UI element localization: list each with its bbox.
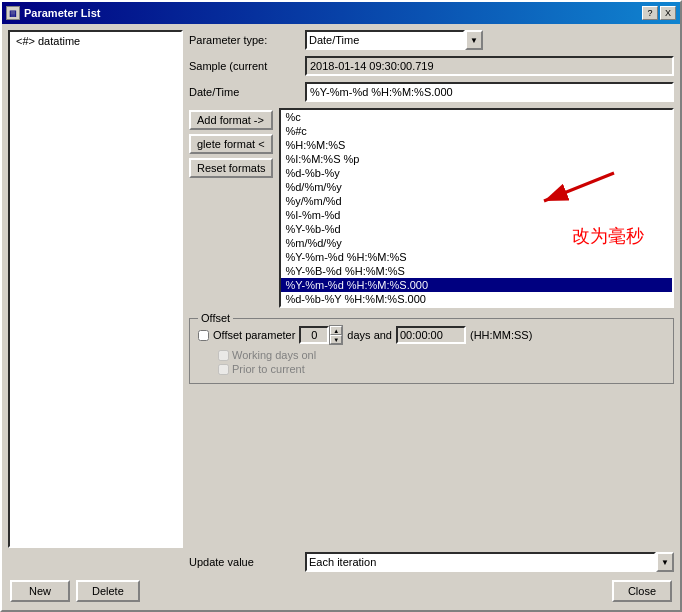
spin-buttons: ▲ ▼	[329, 325, 343, 345]
spin-down-button[interactable]: ▼	[330, 335, 342, 344]
offset-parameter-checkbox[interactable]	[198, 330, 209, 341]
delete-button[interactable]: Delete	[76, 580, 140, 602]
prior-to-text: Prior to current	[232, 363, 305, 375]
new-button[interactable]: New	[10, 580, 70, 602]
format-area: Add format -> glete format < Reset forma…	[189, 108, 674, 308]
footer-row: New Delete Close	[8, 576, 674, 604]
title-bar: ▤ Parameter List ? X	[2, 2, 680, 24]
time-input[interactable]	[396, 326, 466, 344]
format-item[interactable]: %I:%M:%S %p	[281, 152, 672, 166]
format-item[interactable]: %d-%b-%y	[281, 166, 672, 180]
annotation-text: 改为毫秒	[572, 224, 644, 248]
format-item[interactable]: %I-%m-%d	[281, 208, 672, 222]
format-item[interactable]: %Y-%m-%d %H:%M:%S	[281, 250, 672, 264]
format-item[interactable]: %y/%m/%d	[281, 194, 672, 208]
reset-formats-button[interactable]: Reset formats	[189, 158, 273, 178]
param-type-row: Parameter type: ▼	[189, 30, 674, 50]
time-hint: (HH:MM:SS)	[470, 329, 532, 341]
format-list-container: %c %#c %H:%M:%S %I:%M:%S %p %d-%b-%y %d/…	[279, 108, 674, 308]
delete-format-button[interactable]: glete format <	[189, 134, 273, 154]
format-item-selected[interactable]: %Y-%m-%d %H:%M:%S.000	[281, 278, 672, 292]
parameter-list-window: ▤ Parameter List ? X <#> datatime	[0, 0, 682, 612]
update-value-dropdown-container: ▼	[305, 552, 674, 572]
update-value-label: Update value	[189, 556, 299, 568]
offset-row2: Working days onl Prior to current	[218, 349, 665, 375]
format-item[interactable]: %H:%M:%S	[281, 138, 672, 152]
format-item[interactable]: %#c	[281, 124, 672, 138]
days-input[interactable]	[299, 326, 329, 344]
window-icon: ▤	[6, 6, 20, 20]
sample-input	[305, 56, 674, 76]
param-prefix: <#>	[16, 35, 35, 47]
offset-group: Offset Offset parameter ▲ ▼ days and	[189, 318, 674, 384]
footer-left: New Delete	[10, 580, 140, 602]
working-days-text: Working days onl	[232, 349, 316, 361]
help-button[interactable]: ?	[642, 6, 658, 20]
footer-right: Close	[612, 580, 672, 602]
list-item[interactable]: <#> datatime	[12, 34, 179, 48]
working-days-checkbox	[218, 350, 229, 361]
window-body: <#> datatime Parameter type: ▼ Sa	[2, 24, 680, 610]
offset-legend: Offset	[198, 312, 233, 324]
close-title-button[interactable]: X	[660, 6, 676, 20]
format-item[interactable]: %Y-%B-%d %H:%M:%S	[281, 264, 672, 278]
format-buttons: Add format -> glete format < Reset forma…	[189, 110, 273, 178]
format-item[interactable]: %d/%m/%y	[281, 180, 672, 194]
format-listbox[interactable]: %c %#c %H:%M:%S %I:%M:%S %p %d-%b-%y %d/…	[279, 108, 674, 308]
param-type-input[interactable]	[305, 30, 465, 50]
update-value-input[interactable]	[305, 552, 656, 572]
param-type-dropdown-container: ▼	[305, 30, 483, 50]
left-panel: <#> datatime	[8, 30, 183, 548]
datetime-row: Date/Time	[189, 82, 674, 102]
add-format-button[interactable]: Add format ->	[189, 110, 273, 130]
window-title: Parameter List	[24, 7, 100, 19]
title-buttons: ? X	[642, 6, 676, 20]
prior-to-label: Prior to current	[218, 363, 665, 375]
days-spinbox: ▲ ▼	[299, 325, 343, 345]
offset-parameter-label: Offset parameter	[213, 329, 295, 341]
days-label: days and	[347, 329, 392, 341]
offset-row1: Offset parameter ▲ ▼ days and (HH:MM:SS)	[198, 325, 665, 345]
param-type-label: Parameter type:	[189, 34, 299, 46]
param-type-dropdown-btn[interactable]: ▼	[465, 30, 483, 50]
format-item[interactable]: %c	[281, 110, 672, 124]
update-value-dropdown-btn[interactable]: ▼	[656, 552, 674, 572]
sample-label: Sample (current	[189, 60, 299, 72]
param-label: datatime	[38, 35, 80, 47]
format-item[interactable]: %d-%b-%Y %H:%M:%S.000	[281, 292, 672, 306]
datetime-input[interactable]	[305, 82, 674, 102]
update-value-row: Update value ▼	[8, 552, 674, 572]
sample-row: Sample (current	[189, 56, 674, 76]
right-panel: Parameter type: ▼ Sample (current Date/T…	[189, 30, 674, 548]
prior-to-checkbox	[218, 364, 229, 375]
spin-up-button[interactable]: ▲	[330, 326, 342, 335]
main-row: <#> datatime Parameter type: ▼ Sa	[8, 30, 674, 548]
datetime-label: Date/Time	[189, 86, 299, 98]
title-bar-left: ▤ Parameter List	[6, 6, 100, 20]
working-days-label: Working days onl	[218, 349, 665, 361]
param-listbox[interactable]: <#> datatime	[8, 30, 183, 548]
close-button[interactable]: Close	[612, 580, 672, 602]
